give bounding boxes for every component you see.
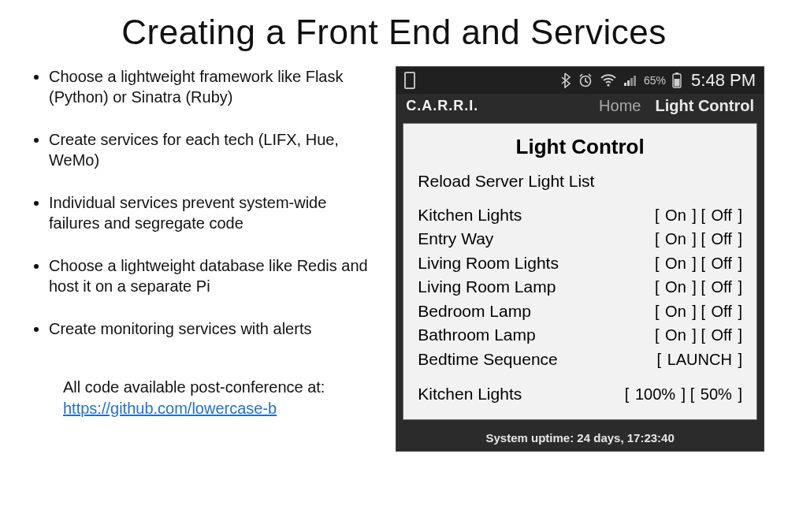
light-name: Living Room Lights: [418, 251, 559, 275]
phone-screenshot: 65% 5:48 PM C.A.R.R.I. Home Light Contro…: [396, 66, 764, 452]
app-bar: C.A.R.R.I. Home Light Control: [396, 94, 764, 123]
light-name: Living Room Lamp: [418, 275, 556, 299]
on-button[interactable]: On: [663, 206, 688, 224]
signal-icon: [623, 74, 637, 87]
light-name: Kitchen Lights: [418, 203, 522, 227]
status-bar: 65% 5:48 PM: [396, 67, 764, 94]
light-name: Entry Way: [418, 227, 493, 251]
panel-title: Light Control: [418, 135, 742, 159]
bullet-list: Choose a lightweight framework like Flas…: [32, 66, 372, 339]
light-name: Bedroom Lamp: [418, 299, 531, 323]
uptime-bar: System uptime: 24 days, 17:23:40: [396, 426, 764, 451]
app-name: C.A.R.R.I.: [406, 98, 478, 114]
dimmer-light-name: Kitchen Lights: [418, 382, 522, 406]
bullet-item: Choose a lightweight database like Redis…: [49, 255, 372, 296]
bullet-column: Choose a lightweight framework like Flas…: [24, 66, 372, 419]
light-row: Living Room Lamp[ On ] [ Off ]: [418, 275, 742, 299]
footnote: All code available post-conference at: h…: [63, 377, 372, 419]
svg-rect-8: [675, 79, 680, 87]
tab-home[interactable]: Home: [599, 97, 641, 115]
bullet-item: Create services for each tech (LIFX, Hue…: [49, 129, 372, 170]
light-row: Living Room Lights[ On ] [ Off ]: [418, 251, 742, 275]
device-icon: [404, 72, 415, 89]
on-button[interactable]: On: [663, 326, 688, 344]
light-row: Bathroom Lamp[ On ] [ Off ]: [418, 323, 742, 347]
off-button[interactable]: Off: [710, 230, 734, 247]
svg-rect-5: [634, 76, 636, 86]
light-row: Bedtime Sequence[ LAUNCH ]: [418, 348, 742, 371]
off-button[interactable]: Off: [710, 278, 734, 296]
footnote-link[interactable]: https://github.com/lowercase-b: [63, 400, 277, 417]
light-row: Entry Way[ On ] [ Off ]: [418, 227, 742, 251]
footnote-lead: All code available post-conference at:: [63, 377, 372, 398]
reload-light-list-link[interactable]: Reload Server Light List: [418, 172, 742, 191]
off-button[interactable]: Off: [710, 206, 734, 224]
battery-percent: 65%: [644, 74, 666, 87]
bullet-item: Individual services prevent system-wide …: [49, 192, 372, 233]
on-button[interactable]: On: [663, 278, 688, 296]
on-button[interactable]: On: [663, 303, 688, 320]
light-name: Bathroom Lamp: [418, 323, 535, 347]
bullet-item: Create monitoring services with alerts: [49, 318, 372, 339]
slide-title: Creating a Front End and Services: [24, 13, 764, 52]
svg-rect-3: [627, 80, 630, 86]
svg-rect-2: [624, 83, 626, 86]
svg-rect-4: [630, 78, 633, 86]
tab-light-control[interactable]: Light Control: [655, 97, 754, 115]
off-button[interactable]: Off: [710, 255, 734, 272]
off-button[interactable]: Off: [710, 326, 734, 344]
wifi-icon: [600, 73, 617, 87]
bullet-item: Choose a lightweight framework like Flas…: [49, 66, 372, 107]
off-button[interactable]: Off: [710, 303, 734, 320]
on-button[interactable]: On: [663, 230, 688, 247]
light-control-panel: Light Control Reload Server Light List K…: [403, 123, 757, 420]
dimmer-level-button[interactable]: 50%: [699, 385, 734, 403]
dimmer-level-button[interactable]: 100%: [634, 385, 677, 403]
bluetooth-icon: [560, 73, 571, 88]
svg-point-1: [607, 84, 609, 86]
svg-rect-7: [675, 73, 678, 74]
light-row: Bedroom Lamp[ On ] [ Off ]: [418, 299, 742, 323]
dimmer-row: Kitchen Lights [ 100% ] [ 50% ]: [418, 382, 742, 406]
status-clock: 5:48 PM: [691, 70, 756, 91]
on-button[interactable]: On: [663, 255, 688, 272]
light-row: Kitchen Lights[ On ] [ Off ]: [418, 203, 742, 227]
battery-icon: [672, 73, 682, 88]
launch-button[interactable]: LAUNCH: [666, 351, 734, 368]
alarm-icon: [578, 73, 593, 88]
light-name: Bedtime Sequence: [418, 348, 557, 371]
